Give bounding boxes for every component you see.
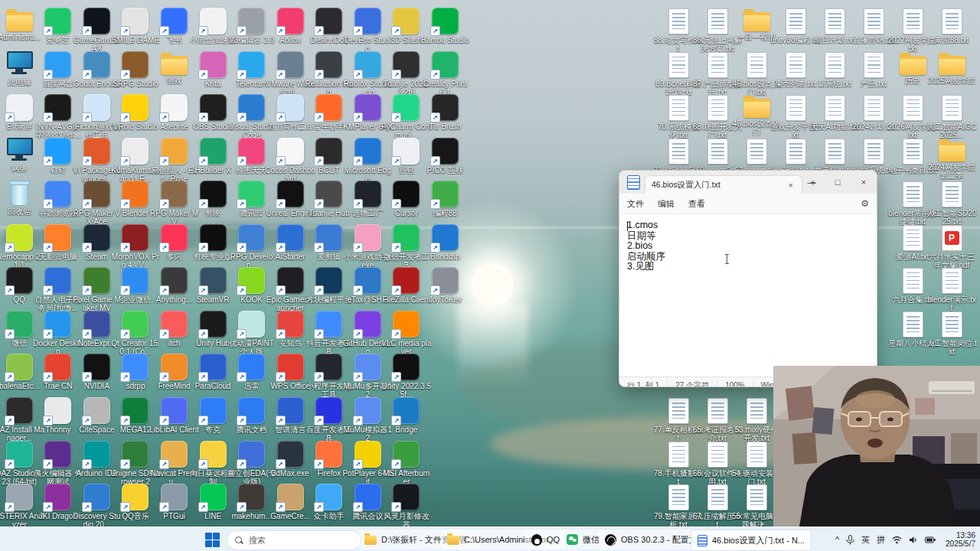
desktop-icon[interactable]: ↗Bridge [381, 396, 432, 434]
maximize-button[interactable]: □ [825, 171, 851, 194]
shortcut-arrow-icon: ↗ [159, 416, 169, 425]
desktop-icon[interactable]: ↗Creality Print 6.1 [420, 51, 470, 96]
volume-icon[interactable] [909, 536, 918, 544]
desktop-icon[interactable]: 人工智能AIGC2025... [926, 93, 977, 139]
shortcut-arrow-icon: ↗ [159, 199, 169, 209]
shortcut-arrow-icon: ↗ [314, 156, 324, 166]
desktop-icon[interactable]: ↗Bambu Studio [420, 7, 470, 44]
pdf-file-icon [942, 225, 962, 251]
battery-icon[interactable] [925, 536, 936, 543]
desktop-icon[interactable]: ↗PICO 互联 [420, 137, 470, 174]
notepad-window: 46.bios设置入门.txt × + — □ × 文件 编辑 查看 ⚙ 1.c… [619, 170, 877, 387]
ime-pinyin-indicator[interactable]: 拼 [877, 534, 885, 546]
shortcut-arrow-icon: ↗ [82, 329, 92, 339]
desktop-icon[interactable]: ↗风灵月影修改器 [381, 483, 432, 529]
shortcut-arrow-icon: ↗ [43, 243, 53, 253]
notepad-text-line: 3.见图 [627, 262, 877, 272]
desktop-icon[interactable]: ↗VLC media player [381, 310, 432, 356]
shortcut-arrow-icon: ↗ [198, 156, 208, 166]
shortcut-arrow-icon: ↗ [43, 329, 53, 339]
folder-icon [743, 99, 770, 118]
shortcut-arrow-icon: ↗ [276, 459, 286, 469]
text-file-icon [942, 311, 962, 337]
shortcut-arrow-icon: ↗ [237, 502, 247, 512]
start-button[interactable] [205, 532, 222, 547]
tab-close-icon[interactable]: × [786, 181, 795, 190]
menu-view[interactable]: 查看 [688, 198, 705, 210]
folder-icon [939, 142, 965, 161]
text-file-icon [707, 95, 728, 121]
shortcut-arrow-icon: ↗ [43, 502, 53, 512]
settings-gear-icon[interactable]: ⚙ [861, 198, 869, 209]
desktop-icon[interactable]: blender演示.txt [926, 266, 977, 312]
desktop-icon[interactable]: 2025网友学院 [926, 51, 977, 85]
shortcut-arrow-icon: ↗ [159, 112, 169, 122]
clock-time: 13:36 [946, 531, 975, 540]
desktop-icon[interactable]: ↗Tilt Brush [420, 93, 470, 131]
notepad-tab[interactable]: 46.bios设置入门.txt × [645, 175, 802, 194]
close-button[interactable]: × [851, 171, 877, 194]
taskbar-button-label: 46.bios设置入门.txt - N... [712, 535, 805, 546]
status-zoom-level[interactable]: 100% [717, 381, 753, 387]
wifi-icon[interactable] [892, 536, 902, 544]
shortcut-arrow-icon: ↗ [314, 285, 324, 295]
search-input[interactable]: 搜索 [227, 530, 361, 550]
desktop-icon[interactable]: 南沿88.txt [926, 7, 977, 44]
computer-icon [7, 138, 31, 163]
desktop-icon[interactable]: 人工智能岗位.txt [926, 310, 977, 356]
shortcut-arrow-icon: ↗ [120, 199, 130, 209]
shortcut-arrow-icon: ↗ [237, 70, 247, 80]
notepad-titlebar[interactable]: 46.bios设置入门.txt × + — □ × [619, 171, 877, 194]
shortcut-arrow-icon: ↗ [353, 70, 363, 80]
shortcut-arrow-icon: ↗ [237, 199, 247, 209]
minimize-button[interactable]: — [799, 171, 825, 194]
desktop-icon[interactable]: ↗MSI Afterburner [381, 440, 432, 486]
shortcut-arrow-icon: ↗ [353, 243, 363, 253]
shortcut-arrow-icon: ↗ [159, 156, 169, 166]
text-file-icon [825, 95, 845, 121]
text-file-icon [864, 8, 884, 34]
desktop-icon[interactable]: ↗编程88 [420, 180, 470, 217]
taskbar: 搜索 D:\张振轩 - 文件资源管...C:\Users\Administrat… [0, 527, 980, 551]
desktop-icon-label: 2025网友学院 [926, 77, 977, 85]
folder-icon [447, 536, 459, 545]
menu-file[interactable]: 文件 [627, 198, 644, 210]
taskbar-clock[interactable]: 13:36 2025/5/7 [942, 531, 975, 549]
shortcut-arrow-icon: ↗ [314, 112, 324, 122]
desktop-icon-label: JoyToKey [420, 295, 470, 304]
desktop-icon[interactable]: ↗Unity 2022.3.55f... [381, 353, 432, 399]
recycle-bin-icon [11, 183, 28, 206]
text-file-icon [746, 484, 767, 510]
computer-icon [7, 51, 31, 77]
shortcut-arrow-icon: ↗ [391, 70, 401, 80]
shortcut-arrow-icon: ↗ [82, 26, 92, 36]
shortcut-arrow-icon: ↗ [276, 502, 286, 512]
taskbar-button-notepad-active[interactable]: 46.bios设置入门.txt - N... [691, 530, 812, 551]
show-desktop-edge[interactable] [973, 530, 975, 549]
status-char-count: 27 个字符 [668, 380, 717, 388]
shortcut-arrow-icon: ↗ [314, 243, 324, 253]
notepad-text-line: 2.bios [627, 241, 877, 252]
hidden-icons-chevron[interactable]: ^ [835, 535, 839, 544]
desktop-icon[interactable]: ↗Bandizip [420, 223, 470, 261]
shortcut-arrow-icon: ↗ [198, 112, 208, 122]
desktop-icon[interactable]: 2024网友学院第二季 [926, 137, 977, 180]
clock-date: 2025/5/7 [946, 540, 975, 549]
shortcut-arrow-icon: ↗ [120, 156, 130, 166]
shortcut-arrow-icon: ↗ [198, 243, 208, 253]
menu-edit[interactable]: 编辑 [658, 198, 675, 210]
shortcut-arrow-icon: ↗ [314, 416, 324, 425]
notepad-app-icon [627, 175, 640, 190]
microphone-icon[interactable] [846, 535, 854, 545]
notepad-text-area[interactable]: 1.cmos日期等2.bios启动顺序3.见图 [619, 214, 877, 377]
desktop-icon[interactable]: 人工智能SD2025.txt [926, 180, 977, 226]
shortcut-arrow-icon: ↗ [353, 156, 363, 166]
shortcut-arrow-icon: ↗ [430, 199, 440, 209]
desktop-icon[interactable]: ↗JoyToKey [420, 266, 470, 304]
desktop-icon[interactable]: 六月求实十三年文集.pdf [926, 223, 977, 269]
ime-language-indicator[interactable]: 英 [861, 534, 870, 546]
shortcut-arrow-icon: ↗ [237, 285, 247, 295]
notepad-menubar: 文件 编辑 查看 ⚙ [619, 194, 877, 214]
desktop-icon-label: 南沿88.txt [926, 36, 977, 44]
desktop-icon-label: PICO 互联 [420, 166, 470, 174]
